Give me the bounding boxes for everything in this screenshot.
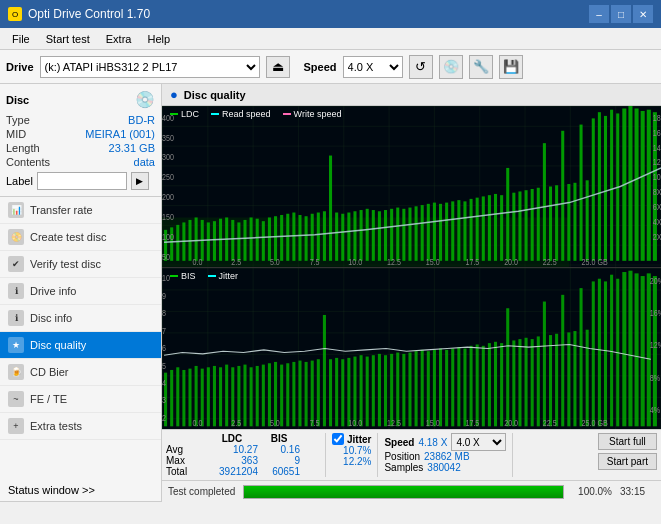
total-bis: 60651 <box>258 466 300 477</box>
disc-label-btn[interactable]: ▶ <box>131 172 149 190</box>
svg-rect-42 <box>402 209 405 261</box>
stats-section: LDC BIS Avg 10.27 0.16 Max 363 9 Total <box>162 429 661 480</box>
legend-write-speed-dot <box>283 113 291 115</box>
svg-rect-63 <box>531 189 534 261</box>
svg-rect-61 <box>518 191 521 260</box>
start-full-button[interactable]: Start full <box>598 433 657 450</box>
legend-read-speed: Read speed <box>211 109 271 119</box>
sidebar-item-extra-tests[interactable]: + Extra tests <box>0 413 161 440</box>
svg-rect-17 <box>250 217 253 260</box>
cd-bier-icon: 🍺 <box>8 364 24 380</box>
drive-info-icon: ℹ <box>8 283 24 299</box>
svg-rect-25 <box>298 215 301 261</box>
minimize-button[interactable]: – <box>589 5 609 23</box>
svg-text:2X: 2X <box>653 232 661 242</box>
svg-rect-164 <box>470 346 473 427</box>
svg-rect-191 <box>635 273 639 426</box>
jitter-header: Jitter <box>332 433 371 445</box>
disc-label-label: Label <box>6 175 33 187</box>
svg-rect-57 <box>494 194 497 261</box>
sidebar-item-fe-te[interactable]: ~ FE / TE <box>0 386 161 413</box>
menu-extra[interactable]: Extra <box>98 31 140 47</box>
svg-rect-118 <box>188 369 191 427</box>
svg-rect-62 <box>525 190 528 261</box>
disc-info-panel: Disc 💿 Type BD-R MID MEIRA1 (001) Length… <box>0 84 161 197</box>
disc-length-value: 23.31 GB <box>109 142 155 154</box>
menu-help[interactable]: Help <box>139 31 178 47</box>
svg-rect-59 <box>506 168 509 261</box>
svg-rect-30 <box>329 156 332 261</box>
avg-jitter: 10.7% <box>332 445 371 456</box>
main: Disc 💿 Type BD-R MID MEIRA1 (001) Length… <box>0 84 661 502</box>
maximize-button[interactable]: □ <box>611 5 631 23</box>
svg-text:250: 250 <box>162 173 174 183</box>
disc-length-label: Length <box>6 142 40 154</box>
eject-button[interactable]: ⏏ <box>266 56 290 78</box>
legend-jitter-label: Jitter <box>219 271 239 281</box>
legend-jitter: Jitter <box>208 271 239 281</box>
disc-type-label: Type <box>6 114 30 126</box>
svg-text:12.5: 12.5 <box>387 257 401 267</box>
svg-rect-29 <box>323 211 326 261</box>
close-button[interactable]: ✕ <box>633 5 653 23</box>
chart-bottom: BIS Jitter <box>162 268 661 429</box>
sidebar-item-disc-quality[interactable]: ★ Disc quality <box>0 332 161 359</box>
svg-rect-36 <box>366 209 369 261</box>
sidebar: Disc 💿 Type BD-R MID MEIRA1 (001) Length… <box>0 84 162 502</box>
svg-text:0.0: 0.0 <box>193 417 203 428</box>
sidebar-item-cd-bier[interactable]: 🍺 CD Bier <box>0 359 161 386</box>
svg-rect-37 <box>372 210 375 261</box>
disc-contents-row: Contents data <box>6 155 155 169</box>
start-part-button[interactable]: Start part <box>598 453 657 470</box>
sidebar-item-verify-test-disc[interactable]: ✔ Verify test disc <box>0 251 161 278</box>
status-window-button[interactable]: Status window >> <box>0 479 161 502</box>
svg-rect-179 <box>561 295 564 426</box>
sidebar-item-create-test-disc[interactable]: 📀 Create test disc <box>0 224 161 251</box>
menu-start-test[interactable]: Start test <box>38 31 98 47</box>
svg-rect-168 <box>494 342 497 427</box>
svg-rect-32 <box>341 214 344 261</box>
svg-rect-116 <box>176 367 179 426</box>
speed-stat-value: 4.18 X <box>418 437 447 448</box>
svg-rect-49 <box>445 203 448 261</box>
nav-label-create-test-disc: Create test disc <box>30 231 106 243</box>
svg-rect-24 <box>292 213 295 261</box>
svg-rect-175 <box>537 336 540 426</box>
disc-panel-icon: 💿 <box>135 90 155 109</box>
chart-top-svg: 18X 16X 14X 12X 10X 8X 6X 4X 2X 400 350 … <box>162 106 661 267</box>
samples-value: 380042 <box>427 462 460 473</box>
sidebar-item-drive-info[interactable]: ℹ Drive info <box>0 278 161 305</box>
refresh-button[interactable]: ↺ <box>409 55 433 79</box>
svg-rect-81 <box>641 111 645 261</box>
speed-select-toolbar[interactable]: 4.0 X <box>343 56 403 78</box>
settings-button[interactable]: 🔧 <box>469 55 493 79</box>
svg-rect-40 <box>390 209 393 261</box>
svg-text:6X: 6X <box>653 202 661 212</box>
svg-rect-124 <box>225 365 228 427</box>
svg-rect-11 <box>213 221 216 261</box>
svg-rect-53 <box>470 199 473 261</box>
sidebar-item-disc-info[interactable]: ℹ Disc info <box>0 305 161 332</box>
svg-rect-139 <box>317 359 320 426</box>
titlebar-controls: – □ ✕ <box>589 5 653 23</box>
disc-icon-button[interactable]: 💿 <box>439 55 463 79</box>
legend-ldc-dot <box>170 113 178 115</box>
svg-rect-121 <box>207 367 210 426</box>
save-button[interactable]: 💾 <box>499 55 523 79</box>
content-area: ● Disc quality LDC Read speed <box>162 84 661 502</box>
svg-rect-19 <box>262 221 265 261</box>
svg-text:20.0: 20.0 <box>504 257 518 267</box>
sidebar-item-transfer-rate[interactable]: 📊 Transfer rate <box>0 197 161 224</box>
svg-text:4X: 4X <box>653 217 661 227</box>
disc-label-input[interactable] <box>37 172 127 190</box>
svg-text:16X: 16X <box>653 128 661 138</box>
jitter-checkbox[interactable] <box>332 433 344 445</box>
drive-select[interactable]: (k:) ATAPI iHBS312 2 PL17 <box>40 56 260 78</box>
svg-rect-23 <box>286 214 289 261</box>
svg-text:10.0: 10.0 <box>348 417 362 428</box>
svg-text:5: 5 <box>162 360 166 371</box>
menu-file[interactable]: File <box>4 31 38 47</box>
svg-text:17.5: 17.5 <box>465 417 479 428</box>
speed-stat-select[interactable]: 4.0 X <box>451 433 506 451</box>
svg-rect-150 <box>384 355 387 426</box>
